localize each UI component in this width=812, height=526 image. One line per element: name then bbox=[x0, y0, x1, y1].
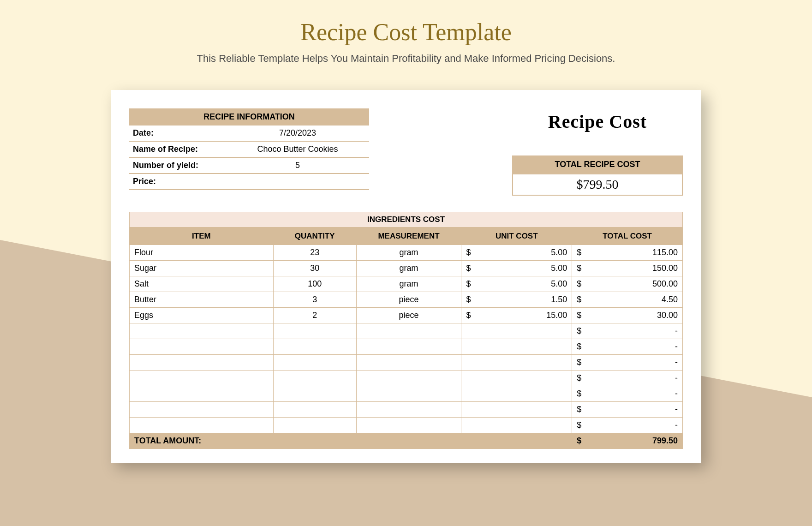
currency-symbol: $ bbox=[577, 295, 581, 305]
currency-symbol: $ bbox=[577, 405, 581, 414]
cell-item bbox=[130, 323, 274, 339]
currency-symbol: $ bbox=[577, 311, 581, 320]
table-row: Flour23gram$5.00$115.00 bbox=[130, 245, 683, 261]
currency-symbol: $ bbox=[577, 420, 581, 430]
cell-unit-cost: $5.00 bbox=[461, 276, 572, 292]
ingredients-section: INGREDIENTS COST ITEM QUANTITY MEASUREME… bbox=[129, 212, 683, 449]
cell-unit-cost bbox=[461, 339, 572, 355]
currency-symbol: $ bbox=[466, 311, 471, 320]
th-quantity: QUANTITY bbox=[273, 228, 356, 245]
info-row-date: Date: 7/20/2023 bbox=[129, 126, 369, 142]
cell-item: Eggs bbox=[130, 308, 274, 323]
info-row-yield: Number of yield: 5 bbox=[129, 158, 369, 174]
cell-total-cost: $30.00 bbox=[572, 308, 683, 323]
cell-total-cost: $115.00 bbox=[572, 245, 683, 261]
currency-symbol: $ bbox=[466, 295, 471, 305]
cell-unit-cost bbox=[461, 323, 572, 339]
total-cost-number: 4.50 bbox=[662, 295, 678, 305]
total-cost-number: - bbox=[675, 405, 678, 414]
total-amount-row: TOTAL AMOUNT: $ 799.50 bbox=[130, 433, 683, 449]
info-row-price: Price: bbox=[129, 174, 369, 190]
table-row: Butter3piece$1.50$4.50 bbox=[130, 292, 683, 308]
cell-measurement: gram bbox=[356, 276, 461, 292]
cell-quantity bbox=[273, 371, 356, 386]
cell-item: Butter bbox=[130, 292, 274, 308]
currency-symbol: $ bbox=[577, 248, 581, 257]
total-cost-number: 115.00 bbox=[652, 248, 678, 257]
name-label: Name of Recipe: bbox=[129, 142, 226, 157]
currency-symbol: $ bbox=[577, 342, 581, 352]
unit-cost-number: 1.50 bbox=[551, 295, 567, 305]
unit-cost-number: 5.00 bbox=[551, 248, 567, 257]
cell-total-cost: $- bbox=[572, 371, 683, 386]
total-cost-label: TOTAL RECIPE COST bbox=[512, 155, 683, 173]
cell-measurement bbox=[356, 371, 461, 386]
cell-total-cost: $- bbox=[572, 402, 683, 418]
cell-total-cost: $4.50 bbox=[572, 292, 683, 308]
cell-unit-cost: $5.00 bbox=[461, 245, 572, 261]
cell-unit-cost: $1.50 bbox=[461, 292, 572, 308]
recipe-info-header: RECIPE INFORMATION bbox=[129, 108, 369, 126]
currency-symbol: $ bbox=[466, 248, 471, 257]
currency-symbol: $ bbox=[577, 373, 581, 383]
cell-unit-cost bbox=[461, 386, 572, 402]
cell-item bbox=[130, 339, 274, 355]
cell-measurement: gram bbox=[356, 261, 461, 276]
total-amount-label: TOTAL AMOUNT: bbox=[130, 433, 572, 449]
recipe-info-block: RECIPE INFORMATION Date: 7/20/2023 Name … bbox=[129, 108, 369, 190]
currency-symbol: $ bbox=[466, 279, 471, 289]
cell-quantity: 30 bbox=[273, 261, 356, 276]
th-total-cost: TOTAL COST bbox=[572, 228, 683, 245]
cell-quantity bbox=[273, 323, 356, 339]
cell-item bbox=[130, 386, 274, 402]
cell-measurement bbox=[356, 339, 461, 355]
page-subtitle: This Reliable Template Helps You Maintai… bbox=[0, 53, 812, 65]
ingredients-header-row: ITEM QUANTITY MEASUREMENT UNIT COST TOTA… bbox=[130, 228, 683, 245]
date-value: 7/20/2023 bbox=[226, 126, 369, 141]
total-cost-number: - bbox=[675, 389, 678, 399]
cell-measurement bbox=[356, 402, 461, 418]
table-row: $- bbox=[130, 355, 683, 371]
cell-unit-cost: $15.00 bbox=[461, 308, 572, 323]
unit-cost-number: 15.00 bbox=[546, 311, 567, 320]
cell-measurement: piece bbox=[356, 292, 461, 308]
cell-quantity: 2 bbox=[273, 308, 356, 323]
table-row: Eggs2piece$15.00$30.00 bbox=[130, 308, 683, 323]
cell-quantity: 23 bbox=[273, 245, 356, 261]
top-section: RECIPE INFORMATION Date: 7/20/2023 Name … bbox=[129, 108, 683, 196]
table-row: $- bbox=[130, 323, 683, 339]
cell-unit-cost bbox=[461, 355, 572, 371]
cell-quantity bbox=[273, 339, 356, 355]
total-cost-block: Recipe Cost TOTAL RECIPE COST $799.50 bbox=[512, 108, 683, 196]
cell-unit-cost bbox=[461, 402, 572, 418]
cell-quantity bbox=[273, 402, 356, 418]
cell-total-cost: $500.00 bbox=[572, 276, 683, 292]
total-cost-value: $799.50 bbox=[512, 173, 683, 196]
cell-item bbox=[130, 402, 274, 418]
cell-quantity bbox=[273, 355, 356, 371]
cell-item: Sugar bbox=[130, 261, 274, 276]
cell-measurement: piece bbox=[356, 308, 461, 323]
cell-total-cost: $- bbox=[572, 339, 683, 355]
ingredients-title: INGREDIENTS COST bbox=[129, 212, 683, 227]
th-unit-cost: UNIT COST bbox=[461, 228, 572, 245]
price-label: Price: bbox=[129, 174, 226, 189]
cell-item bbox=[130, 371, 274, 386]
table-row: $- bbox=[130, 402, 683, 418]
th-item: ITEM bbox=[130, 228, 274, 245]
cell-quantity: 100 bbox=[273, 276, 356, 292]
cell-measurement bbox=[356, 323, 461, 339]
total-amount-number: 799.50 bbox=[652, 436, 678, 446]
table-row: Salt100gram$5.00$500.00 bbox=[130, 276, 683, 292]
ingredients-table: ITEM QUANTITY MEASUREMENT UNIT COST TOTA… bbox=[129, 227, 683, 449]
th-measurement: MEASUREMENT bbox=[356, 228, 461, 245]
total-cost-number: - bbox=[675, 358, 678, 367]
cell-unit-cost bbox=[461, 418, 572, 433]
total-cost-number: - bbox=[675, 326, 678, 336]
page-title: Recipe Cost Template bbox=[0, 18, 812, 46]
cell-total-cost: $- bbox=[572, 355, 683, 371]
cell-measurement bbox=[356, 355, 461, 371]
total-cost-number: - bbox=[675, 342, 678, 352]
table-row: $- bbox=[130, 371, 683, 386]
cell-quantity bbox=[273, 418, 356, 433]
